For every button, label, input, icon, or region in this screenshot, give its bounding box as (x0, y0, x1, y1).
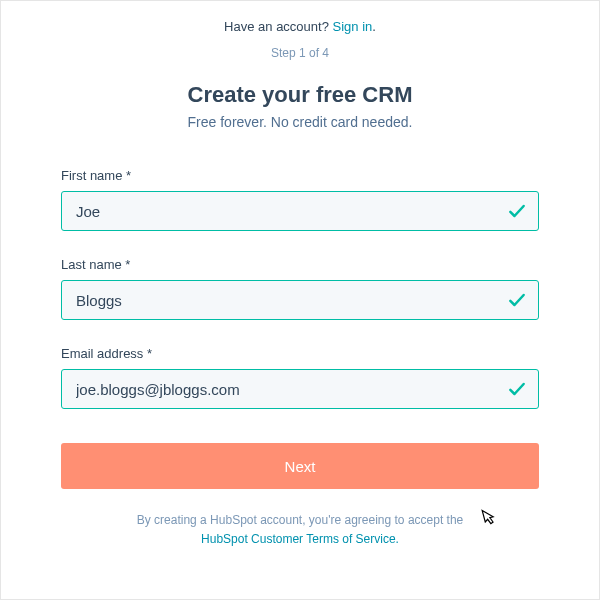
last-name-label: Last name * (61, 257, 539, 272)
checkmark-icon (507, 379, 527, 399)
page-subtitle: Free forever. No credit card needed. (61, 114, 539, 130)
have-account-line: Have an account? Sign in. (61, 19, 539, 34)
checkmark-icon (507, 290, 527, 310)
page-title: Create your free CRM (61, 82, 539, 108)
next-button[interactable]: Next (61, 443, 539, 489)
have-account-text: Have an account? (224, 19, 332, 34)
checkmark-icon (507, 201, 527, 221)
last-name-input[interactable] (61, 280, 539, 320)
step-indicator: Step 1 of 4 (61, 46, 539, 60)
terms-link[interactable]: HubSpot Customer Terms of Service. (201, 532, 399, 546)
email-label: Email address * (61, 346, 539, 361)
sign-in-link[interactable]: Sign in (333, 19, 373, 34)
terms-text: By creating a HubSpot account, you're ag… (61, 511, 539, 549)
period: . (372, 19, 376, 34)
first-name-label: First name * (61, 168, 539, 183)
terms-prefix: By creating a HubSpot account, you're ag… (137, 513, 464, 527)
first-name-input[interactable] (61, 191, 539, 231)
email-input[interactable] (61, 369, 539, 409)
